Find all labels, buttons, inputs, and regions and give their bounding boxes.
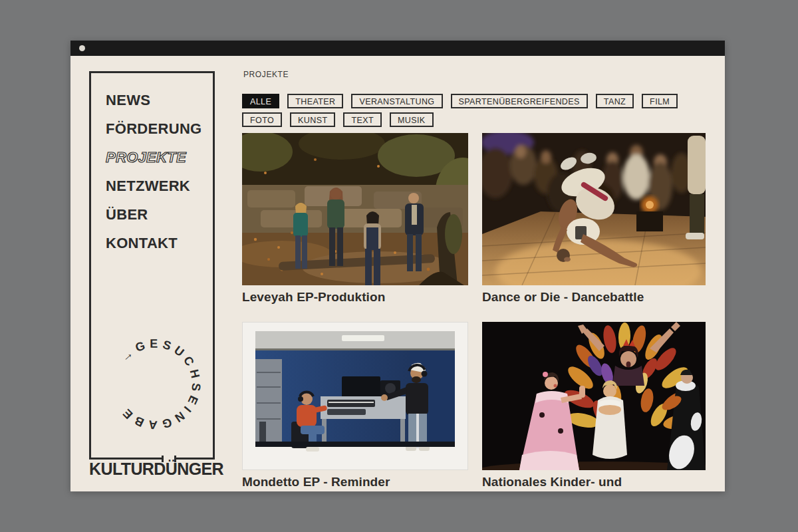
sidebar-item-projekte[interactable]: PROJEKTE xyxy=(106,150,213,165)
filter-bar: ALLE THEATER VERANSTALTUNG SPARTENÜBERGR… xyxy=(242,94,714,127)
svg-text:→GESUCHSEINGABE: →GESUCHSEINGABE xyxy=(118,337,203,432)
project-card-kindertheater[interactable]: Nationales Kinder- und xyxy=(482,322,706,489)
project-card-mondetto[interactable]: Mondetto EP - Reminder xyxy=(242,322,468,489)
project-title: Dance or Die - Dancebattle xyxy=(482,290,706,305)
main-nav: NEWS FÖRDERUNG PROJEKTE NETZWERK ÜBER KO… xyxy=(91,73,213,251)
sidebar-item-kontakt[interactable]: KONTAKT xyxy=(106,236,213,251)
filter-theater[interactable]: THEATER xyxy=(287,94,343,108)
filter-kunst[interactable]: KUNST xyxy=(290,112,335,127)
project-image-breakdancer xyxy=(482,133,706,285)
project-image-band-forest xyxy=(242,133,468,285)
browser-window: NEWS FÖRDERUNG PROJEKTE NETZWERK ÜBER KO… xyxy=(70,41,725,491)
project-grid: Leveyah EP-Produktion xyxy=(242,133,706,489)
sidebar-item-news[interactable]: NEWS xyxy=(106,93,213,108)
badge-circular-text: →GESUCHSEINGABE xyxy=(118,337,203,432)
sidebar-item-foerderung[interactable]: FÖRDERUNG xyxy=(106,122,213,136)
filter-text[interactable]: TEXT xyxy=(343,112,382,127)
filter-spartenuebergreifendes[interactable]: SPARTENÜBERGREIFENDES xyxy=(451,94,588,108)
filter-alle[interactable]: ALLE xyxy=(242,94,279,108)
filter-foto[interactable]: FOTO xyxy=(242,112,282,127)
window-titlebar xyxy=(70,41,725,56)
filter-veranstaltung[interactable]: VERANSTALTUNG xyxy=(351,94,442,108)
project-title: Nationales Kinder- und xyxy=(482,475,706,489)
sidebar-item-ueber[interactable]: ÜBER xyxy=(106,207,213,222)
sidebar-item-netzwerk[interactable]: NETZWERK xyxy=(106,179,213,194)
project-card-dance-or-die[interactable]: Dance or Die - Dancebattle xyxy=(482,133,706,305)
project-image-studio-polaroid xyxy=(242,322,468,470)
window-control-dot[interactable] xyxy=(79,45,85,51)
project-image-theater-stage xyxy=(482,322,706,470)
page-title: PROJEKTE xyxy=(243,70,289,79)
project-title: Mondetto EP - Reminder xyxy=(242,475,468,489)
project-title: Leveyah EP-Produktion xyxy=(242,290,468,305)
filter-musik[interactable]: MUSIK xyxy=(390,112,434,127)
filter-tanz[interactable]: TANZ xyxy=(596,94,634,108)
page-content: NEWS FÖRDERUNG PROJEKTE NETZWERK ÜBER KO… xyxy=(70,56,725,491)
filter-film[interactable]: FILM xyxy=(642,94,678,108)
project-card-leveyah[interactable]: Leveyah EP-Produktion xyxy=(242,133,468,305)
logo-wordmark[interactable]: KULTURDÜNGER xyxy=(89,460,223,479)
gesuchseingabe-badge[interactable]: →GESUCHSEINGABE xyxy=(92,321,219,448)
